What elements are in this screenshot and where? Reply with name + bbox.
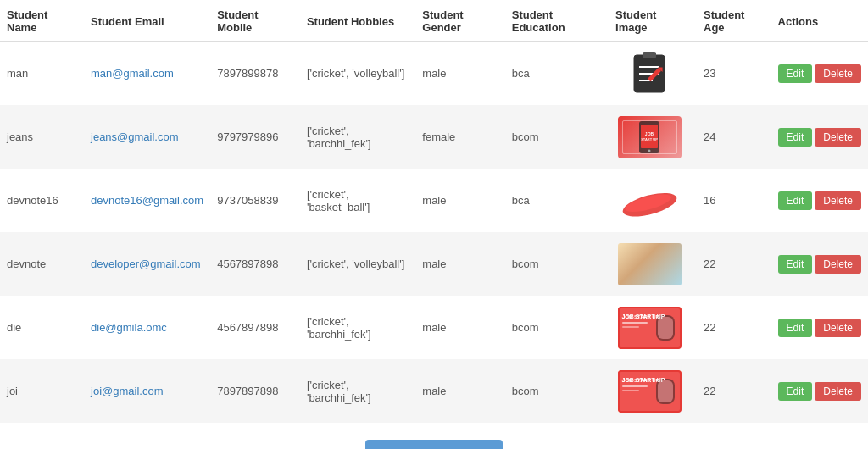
svg-rect-27	[658, 380, 673, 402]
cell-gender: male	[415, 42, 504, 106]
col-header-email: Student Email	[84, 0, 210, 42]
cell-hobbies: ['cricket', 'basket_ball']	[300, 169, 415, 232]
cell-name: devnote	[0, 232, 84, 296]
cell-age: 22	[697, 296, 771, 359]
col-header-image: Student Image	[609, 0, 697, 42]
svg-rect-7	[639, 121, 659, 153]
phone-image: JOB START UP	[618, 116, 682, 158]
table-row: jeansjeans@gmail.com9797979896['cricket'…	[0, 105, 868, 169]
edit-button[interactable]: Edit	[778, 255, 813, 274]
delete-button[interactable]: Delete	[815, 191, 861, 210]
col-header-age: Student Age	[697, 0, 771, 42]
cell-gender: male	[415, 169, 504, 232]
cell-email: developer@gmail.com	[84, 232, 210, 296]
phone2-image: JOB START UP	[618, 370, 682, 413]
cell-hobbies: ['cricket', 'barchhi_fek']	[300, 296, 415, 359]
svg-rect-17	[622, 322, 648, 324]
edit-button[interactable]: Edit	[778, 319, 813, 337]
clipboard-icon	[624, 50, 675, 97]
cell-age: 23	[697, 42, 771, 106]
table-row: devnotedeveloper@gmail.com4567897898['cr…	[0, 232, 868, 296]
cell-actions: EditDelete	[771, 105, 868, 169]
cell-email: joi@gmail.com	[84, 359, 210, 423]
cell-hobbies: ['cricket', 'barchhi_fek']	[300, 105, 415, 169]
delete-button[interactable]: Delete	[815, 255, 861, 274]
col-header-gender: Student Gender	[415, 0, 504, 42]
cell-image	[609, 232, 697, 296]
cell-mobile: 9737058839	[210, 169, 300, 232]
svg-text:START UP: START UP	[641, 137, 658, 141]
cell-name: devnote16	[0, 169, 84, 232]
cell-education: bcom	[505, 232, 609, 296]
svg-rect-1	[643, 52, 656, 58]
cell-mobile: 9797979896	[210, 105, 300, 169]
col-header-hobbies: Student Hobbies	[300, 0, 415, 42]
cell-education: bcom	[505, 359, 609, 423]
cell-image: JOB START UP	[609, 105, 697, 169]
cell-email: devnote16@gmail.com	[84, 169, 210, 232]
edit-button[interactable]: Edit	[778, 64, 813, 83]
edit-button[interactable]: Edit	[778, 191, 813, 210]
cell-actions: EditDelete	[771, 359, 868, 423]
cell-mobile: 7897897898	[210, 359, 300, 423]
phone2-image: JOB START UP	[618, 307, 682, 349]
table-row: diedie@gmila.omc4567897898['cricket', 'b…	[0, 296, 868, 359]
col-header-education: Student Education	[505, 0, 609, 42]
cell-age: 16	[697, 169, 771, 232]
cell-image	[609, 42, 697, 106]
cell-age: 24	[697, 105, 771, 169]
cell-education: bca	[505, 169, 609, 232]
cell-actions: EditDelete	[771, 42, 868, 106]
cell-age: 22	[697, 359, 771, 423]
svg-rect-8	[641, 125, 658, 148]
cell-name: joi	[0, 359, 84, 423]
cell-image	[609, 169, 697, 232]
cell-mobile: 4567897898	[210, 232, 300, 296]
cell-age: 22	[697, 232, 771, 296]
cell-education: bca	[505, 42, 609, 106]
cell-hobbies: ['cricket', 'barchhi_fek']	[300, 359, 415, 423]
cell-actions: EditDelete	[771, 232, 868, 296]
col-header-mobile: Student Mobile	[210, 0, 300, 42]
cell-email: man@gmail.com	[84, 42, 210, 106]
cell-actions: EditDelete	[771, 296, 868, 359]
svg-rect-25	[622, 390, 639, 391]
svg-rect-24	[622, 385, 648, 387]
cell-name: man	[0, 42, 84, 106]
cell-image: JOB START UP	[609, 359, 697, 423]
student-table-container: Student Name Student Email Student Mobil…	[0, 0, 868, 423]
add-record-container: Add New Record	[0, 423, 868, 449]
swipe-image	[618, 180, 682, 222]
table-header-row: Student Name Student Email Student Mobil…	[0, 0, 868, 42]
cell-image: JOB START UP	[609, 296, 697, 359]
edit-button[interactable]: Edit	[778, 128, 813, 147]
delete-button[interactable]: Delete	[815, 128, 861, 147]
table-row: devnote16devnote16@gmail.com9737058839['…	[0, 169, 868, 232]
cell-name: jeans	[0, 105, 84, 169]
student-table: Student Name Student Email Student Mobil…	[0, 0, 868, 423]
cell-email: jeans@gmail.com	[84, 105, 210, 169]
svg-text:JOB: JOB	[645, 131, 654, 136]
cell-mobile: 4567897898	[210, 296, 300, 359]
cell-education: bcom	[505, 296, 609, 359]
gradient-image	[618, 243, 682, 285]
cell-email: die@gmila.omc	[84, 296, 210, 359]
cell-name: die	[0, 296, 84, 359]
delete-button[interactable]: Delete	[815, 319, 861, 337]
delete-button[interactable]: Delete	[815, 382, 861, 401]
cell-gender: male	[415, 296, 504, 359]
svg-text:JOB START UP: JOB START UP	[622, 378, 659, 383]
cell-gender: female	[415, 105, 504, 169]
cell-mobile: 7897899878	[210, 42, 300, 106]
cell-gender: male	[415, 359, 504, 423]
cell-hobbies: ['cricket', 'volleyball']	[300, 232, 415, 296]
cell-actions: EditDelete	[771, 169, 868, 232]
cell-education: bcom	[505, 105, 609, 169]
svg-rect-18	[622, 326, 639, 328]
add-new-record-button[interactable]: Add New Record	[365, 440, 503, 449]
delete-button[interactable]: Delete	[815, 64, 861, 83]
edit-button[interactable]: Edit	[778, 382, 813, 401]
svg-text:JOB START UP: JOB START UP	[622, 314, 659, 319]
table-row: manman@gmail.com7897899878['cricket', 'v…	[0, 42, 868, 106]
cell-gender: male	[415, 232, 504, 296]
